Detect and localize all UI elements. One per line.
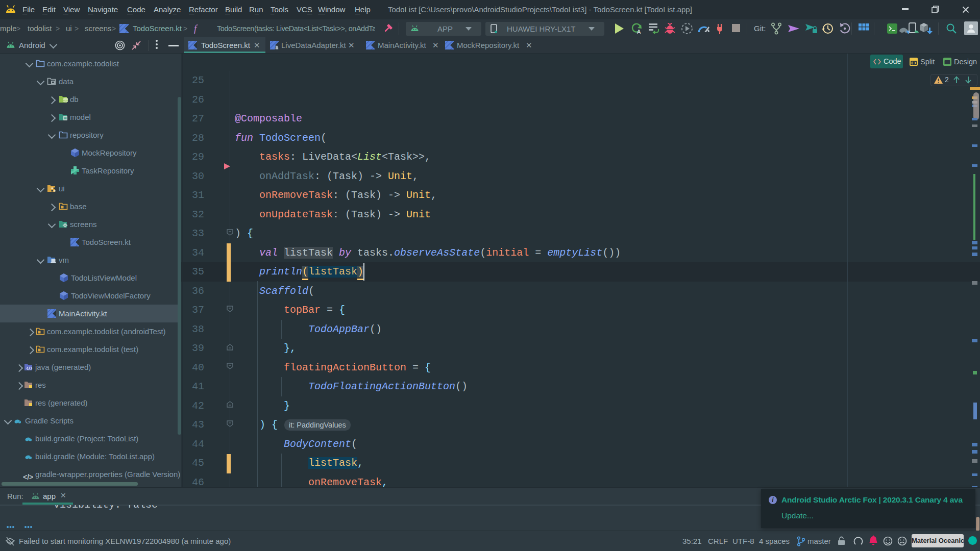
svg-text:A: A	[637, 29, 641, 35]
